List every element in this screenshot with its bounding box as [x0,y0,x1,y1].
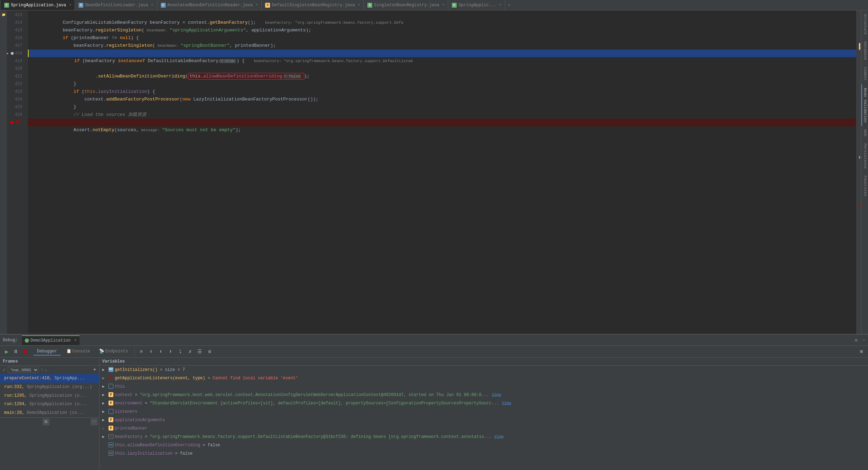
expand-icon-environment[interactable]: ▶ [102,401,107,406]
debug-control-buttons: ▶ ⏸ ⏹ [3,348,29,356]
step-out-btn[interactable]: ⬆ [167,348,174,356]
debug-panel-header: Debug: Demo3Application × ⚙ — [0,335,868,346]
tab-spring-application[interactable]: C SpringApplication.java × [1,0,75,10]
tab-icon-singleton-reg: I [367,3,372,8]
expand-icon-context[interactable]: ▶ [102,392,107,398]
sidebar-label-persistence[interactable]: Persistence [861,140,868,172]
expand-icon-appArgs[interactable]: ▶ [102,417,107,423]
tab-icon-bean-loader: C [78,3,83,8]
tab-annotated-bean[interactable]: C AnnotatedBeanDefinitionReader.java × [157,0,262,10]
evaluate-btn[interactable]: ✗ [186,348,194,356]
code-view[interactable]: 413 414 415 416 417 ▶ 418 419 420 421 42… [7,10,861,334]
scroll-indicator[interactable] [856,10,861,334]
var-item-getInitializers[interactable]: ▶ oo getInitializers() = size = 7 [99,366,868,374]
debug-tab-console[interactable]: 📋Console [63,348,93,356]
frame-item-0[interactable]: prepareContext:418, SpringApp... [0,374,99,383]
tab-close-singleton-reg[interactable]: × [442,3,444,7]
frames-btn[interactable]: ☰ [196,348,204,356]
debug-tab-debugger[interactable]: Debugger [33,348,61,356]
frame-item-2[interactable]: run:1295, SpringApplication (o... [0,391,99,400]
sidebar-label-web[interactable]: Web [861,126,868,140]
code-line-419: ((DefaultListableBeanFactory) beanFactor… [28,57,856,65]
frame-item-4[interactable]: main:28, Demo3Application (co... [0,409,99,417]
tab-bean-loader[interactable]: C BeanDefinitionLoader.java × [75,0,157,10]
thread-selector[interactable]: *mai...NING [8,367,39,373]
frame-item-1[interactable]: run:332, SpringApplication (org...) [0,383,99,391]
debug-tab-endpoints[interactable]: 📡Endpoints [96,348,132,356]
debug-session-tab[interactable]: Demo3Application × [22,335,79,345]
var-item-this[interactable]: ▶ this [99,382,868,391]
project-icon[interactable]: 📁 [1,12,6,17]
sidebar-label-bean-validation[interactable]: Bean Validation [861,84,868,126]
stop-button[interactable]: ⏹ [21,348,29,356]
run-to-cursor-btn[interactable]: ⤵ [177,348,184,356]
variables-header: Variables [99,358,868,366]
sidebar-label-structure[interactable]: Structure [861,10,868,38]
resume-button[interactable]: ▶ [3,348,10,356]
gutter-414: 414 [7,19,25,27]
toolbar-sep-1 [134,348,135,355]
thread-down-arrow[interactable]: ↓ [45,367,47,373]
var-name-getInitializers: getInitializers() [115,367,157,373]
debug-settings-icon[interactable]: ⚙ [855,337,858,343]
var-name-environment: environment [115,400,142,406]
thread-add-btn[interactable]: + [93,367,96,373]
tab-default-singleton[interactable]: C DefaultSingletonBeanRegistry.java × [262,0,364,10]
copy-frames-btn[interactable]: ⧉ [43,418,50,425]
var-link-environment[interactable]: View [502,400,511,406]
tab-close-default-singleton[interactable]: × [358,3,360,7]
tab-close-bean-loader[interactable]: × [151,3,153,7]
var-link-beanFactory[interactable]: View [494,434,503,440]
tab-singleton-reg[interactable]: I SingletonBeanRegistry.java × [364,0,448,10]
debug-session-close[interactable]: × [74,338,76,343]
layout-btn[interactable]: ⊞ [858,348,865,356]
var-item-getAppListeners[interactable]: ▶ ⊘ getApplicationListeners(event, type)… [99,374,868,382]
var-item-printedBanner[interactable]: ▶ p printedBanner [99,424,868,433]
var-value-lazyInit: false [180,450,193,457]
var-type-icon-getInitializers: oo [108,367,113,372]
sidebar-label-favorites[interactable]: Favorites [861,172,868,200]
var-item-beanFactory[interactable]: ▶ ≡ beanFactory = "org.springframework.b… [99,433,868,441]
code-line-422: if (this.lazyInitialization) { [28,80,856,88]
expand-icon-getAppListeners[interactable]: ▶ [102,375,107,381]
frame-method-3: run:1284, [4,402,29,406]
var-item-environment[interactable]: ▶ p environment = "StandardServletEnviro… [99,399,868,408]
var-eq-lazyInit: = [175,450,178,457]
tab-close-spring-applic2[interactable]: × [499,3,501,7]
var-value-environment: "StandardServletEnvironment {activeProfi… [150,400,499,406]
expand-icon-beanFactory[interactable]: ▶ [102,434,107,440]
expand-icon-getInitializers[interactable]: ▶ [102,367,107,373]
var-item-appArgs[interactable]: ▶ p applicationArguments [99,416,868,424]
pause-button[interactable]: ⏸ [12,348,20,356]
sidebar-label-commit[interactable]: Commit [861,64,868,84]
frame-class-1: SpringApplication (org...) [27,385,92,389]
var-item-context[interactable]: ▶ p context = "org.springframework.boot.… [99,391,868,399]
tab-spring-applic2[interactable]: C SpringApplic... × [448,0,505,10]
frame-class-3: SpringApplication (o... [29,402,87,406]
debug-minimize-icon[interactable]: — [862,337,865,343]
code-line-413: ConfigurableListableBeanFactory beanFact… [28,11,856,19]
thread-up-arrow[interactable]: ↑ [41,367,44,373]
var-link-context[interactable]: View [492,392,501,398]
code-line-425: // Load the sources 加载资源 [28,103,856,111]
frames-extra-btn[interactable]: ⋯ [91,418,98,425]
tab-close-spring-app[interactable]: × [69,3,71,7]
frame-method-1: run:332, [4,385,27,389]
expand-icon-listeners[interactable]: ▶ [102,409,107,415]
code-line-423: context.addBeanFactoryPostProcessor(new … [28,88,856,96]
var-item-lazyInit[interactable]: ▶ oo this.lazyInitialization = false [99,449,868,458]
expand-icon-printedBanner[interactable]: ▶ [102,426,107,432]
gutter-418: ▶ 418 [7,50,25,57]
step-into-btn[interactable]: ⬇ [147,348,155,356]
force-step-btn[interactable]: ⬇ [157,348,165,356]
var-item-listeners[interactable]: ▶ listeners [99,408,868,416]
var-item-allowBeanDef[interactable]: ▶ oo this.allowBeanDefinitionOverriding … [99,441,868,449]
sidebar-label-database[interactable]: Database [861,38,868,64]
tab-overflow-btn[interactable]: ▾ [505,3,513,7]
step-over-btn[interactable]: ≡ [137,348,145,356]
settings-btn-2[interactable]: ⚙ [206,348,214,356]
frame-item-3[interactable]: run:1284, SpringApplication (o... [0,400,99,409]
expand-icon-this[interactable]: ▶ [102,384,107,390]
code-lines: ConfigurableListableBeanFactory beanFact… [28,10,856,334]
tab-close-annotated[interactable]: × [256,3,258,7]
